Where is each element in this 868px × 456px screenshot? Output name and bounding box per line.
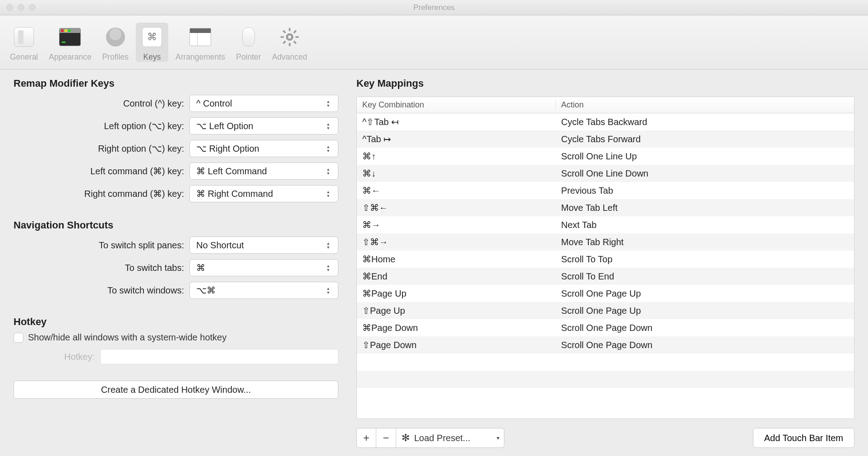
stepper-icon: ▴▾	[327, 186, 334, 202]
stepper-icon: ▴▾	[327, 163, 334, 179]
switch-panes-label: To switch split panes:	[14, 240, 189, 251]
key-cell: ⌘↓	[357, 168, 556, 179]
table-row[interactable]: ⌘↑Scroll One Line Up	[357, 148, 854, 165]
stepper-icon: ▴▾	[327, 140, 334, 157]
titlebar: Preferences	[0, 0, 868, 15]
table-row[interactable]: ^⇧Tab ↤Cycle Tabs Backward	[357, 113, 854, 130]
action-cell: Scroll One Page Down	[556, 323, 854, 333]
switch-windows-label: To switch windows:	[14, 285, 189, 296]
column-key-combination[interactable]: Key Combination	[357, 100, 556, 110]
control-key-label: Control (^) key:	[14, 98, 189, 109]
left-option-key-select[interactable]: ⌥ Left Option ▴▾	[189, 117, 338, 135]
control-key-select[interactable]: ^ Control ▴▾	[189, 95, 338, 112]
key-cell: ⇧Page Down	[357, 340, 556, 350]
keys-icon: ⌘	[142, 27, 162, 47]
add-mapping-button[interactable]: +	[356, 428, 376, 448]
action-cell: Cycle Tabs Forward	[556, 134, 854, 144]
action-cell: Scroll One Line Up	[556, 151, 854, 162]
table-row[interactable]: ⇧⌘←Move Tab Left	[357, 199, 854, 216]
key-cell: ⇧⌘←	[357, 202, 556, 213]
right-command-key-label: Right command (⌘) key:	[14, 188, 189, 199]
action-cell: Scroll One Page Up	[556, 288, 854, 299]
svg-rect-1	[289, 28, 291, 31]
key-cell: ⌘→	[357, 219, 556, 230]
table-row[interactable]: ⇧Page UpScroll One Page Up	[357, 302, 854, 319]
table-row[interactable]: ⌘HomeScroll To Top	[357, 251, 854, 268]
action-cell: Cycle Tabs Backward	[556, 117, 854, 127]
right-command-key-select[interactable]: ⌘ Right Command ▴▾	[189, 185, 338, 202]
switch-tabs-label: To switch tabs:	[14, 263, 189, 273]
action-cell: Scroll To Top	[556, 254, 854, 265]
column-action[interactable]: Action	[556, 100, 854, 110]
general-icon	[14, 27, 34, 47]
right-option-key-select[interactable]: ⌥ Right Option ▴▾	[189, 140, 338, 157]
table-row[interactable]: ⇧Page DownScroll One Page Down	[357, 336, 854, 354]
table-row[interactable]: ⇧⌘→Move Tab Right	[357, 233, 854, 251]
table-row[interactable]	[357, 371, 854, 388]
key-mappings-table: Key Combination Action ^⇧Tab ↤Cycle Tabs…	[356, 97, 854, 419]
action-cell: Scroll To End	[556, 271, 854, 282]
key-cell: ⌘Page Down	[357, 322, 556, 333]
tab-general[interactable]: General	[6, 23, 42, 62]
left-command-key-label: Left command (⌘) key:	[14, 166, 189, 177]
key-cell: ⌘Home	[357, 254, 556, 265]
table-row[interactable]	[357, 388, 854, 405]
stepper-icon: ▴▾	[327, 260, 334, 276]
key-cell: ⌘End	[357, 271, 556, 282]
table-row[interactable]: ⌘EndScroll To End	[357, 268, 854, 285]
key-cell: ^⇧Tab ↤	[357, 116, 556, 127]
action-cell: Move Tab Left	[556, 203, 854, 213]
arrangements-icon	[189, 28, 211, 46]
tab-profiles[interactable]: Profiles	[99, 23, 132, 62]
gear-icon: ✻	[402, 432, 410, 444]
action-cell: Previous Tab	[556, 186, 854, 196]
add-touch-bar-button[interactable]: Add Touch Bar Item	[753, 428, 854, 448]
hotkey-heading: Hotkey	[14, 316, 338, 328]
load-preset-select[interactable]: ✻ Load Preset... ▾	[396, 428, 504, 448]
table-row[interactable]: ⌘→Next Tab	[357, 216, 854, 233]
action-cell: Move Tab Right	[556, 237, 854, 247]
hotkey-field-label: Hotkey:	[14, 352, 95, 362]
right-option-key-label: Right option (⌥) key:	[14, 143, 189, 154]
nav-shortcuts-heading: Navigation Shortcuts	[14, 219, 338, 231]
advanced-icon	[278, 25, 301, 49]
table-row[interactable]: ⌘Page UpScroll One Page Up	[357, 285, 854, 302]
preferences-toolbar: General Appearance Profiles ⌘ Keys Arran…	[0, 15, 868, 70]
stepper-icon: ▴▾	[327, 95, 334, 112]
key-cell: ^Tab ↦	[357, 134, 556, 144]
key-cell: ⇧Page Up	[357, 305, 556, 316]
tab-pointer[interactable]: Pointer	[232, 23, 265, 62]
appearance-icon	[59, 28, 81, 46]
tab-appearance[interactable]: Appearance	[45, 23, 95, 62]
tab-arrangements[interactable]: Arrangements	[172, 23, 229, 62]
action-cell: Scroll One Page Down	[556, 340, 854, 350]
dedicated-hotkey-button[interactable]: Create a Dedicated Hotkey Window...	[14, 381, 338, 399]
table-row[interactable]: ⌘↓Scroll One Line Down	[357, 165, 854, 182]
switch-panes-select[interactable]: No Shortcut ▴▾	[189, 237, 338, 254]
key-cell: ⇧⌘→	[357, 237, 556, 247]
systemwide-hotkey-label: Show/hide all windows with a system-wide…	[28, 332, 226, 343]
table-row[interactable]: ⌘Page DownScroll One Page Down	[357, 319, 854, 336]
remap-heading: Remap Modifier Keys	[14, 78, 338, 89]
tab-advanced[interactable]: Advanced	[268, 23, 311, 62]
key-mappings-heading: Key Mappings	[356, 78, 854, 89]
systemwide-hotkey-checkbox[interactable]	[14, 333, 23, 343]
svg-point-2	[288, 35, 291, 38]
remove-mapping-button[interactable]: −	[376, 428, 396, 448]
tab-keys[interactable]: ⌘ Keys	[136, 23, 168, 62]
table-row[interactable]	[357, 354, 854, 371]
hotkey-input[interactable]	[100, 349, 338, 364]
stepper-icon: ▴▾	[327, 282, 334, 298]
key-cell: ⌘←	[357, 185, 556, 196]
table-row[interactable]: ^Tab ↦Cycle Tabs Forward	[357, 130, 854, 148]
switch-windows-select[interactable]: ⌥⌘ ▴▾	[189, 282, 338, 299]
left-command-key-select[interactable]: ⌘ Left Command ▴▾	[189, 163, 338, 180]
switch-tabs-select[interactable]: ⌘ ▴▾	[189, 259, 338, 276]
table-row[interactable]: ⌘←Previous Tab	[357, 182, 854, 199]
action-cell: Next Tab	[556, 220, 854, 230]
action-cell: Scroll One Line Down	[556, 168, 854, 179]
profiles-icon	[106, 28, 125, 47]
pointer-icon	[242, 27, 255, 47]
action-cell: Scroll One Page Up	[556, 306, 854, 316]
left-option-key-label: Left option (⌥) key:	[14, 121, 189, 131]
